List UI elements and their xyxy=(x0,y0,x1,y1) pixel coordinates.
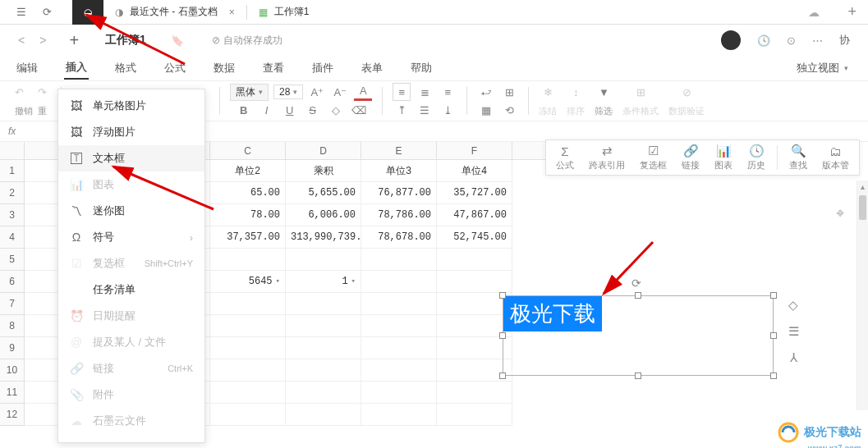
resize-handle[interactable] xyxy=(770,292,777,299)
align-center-button[interactable]: ≣ xyxy=(416,83,434,101)
cell[interactable] xyxy=(286,404,361,426)
resize-handle[interactable] xyxy=(770,373,777,379)
resize-handle[interactable] xyxy=(499,292,506,299)
font-size-select[interactable]: 28▾ xyxy=(273,85,303,99)
cell[interactable] xyxy=(361,382,437,404)
col-header[interactable]: D xyxy=(286,142,361,160)
bookmark-icon[interactable]: 🔖 xyxy=(171,34,184,47)
more-icon[interactable]: ⋯ xyxy=(812,34,823,47)
row-header[interactable]: 4 xyxy=(0,226,25,249)
dd-symbol[interactable]: Ω符号› xyxy=(58,224,204,250)
fill-color-button[interactable]: ◇ xyxy=(327,101,345,119)
cell[interactable] xyxy=(437,271,512,293)
dd-cloud-file[interactable]: ☁石墨云文件 xyxy=(58,408,204,434)
border-button[interactable]: ▦ xyxy=(477,101,495,119)
rotate-handle-icon[interactable]: ⟳ xyxy=(631,277,641,290)
cell[interactable] xyxy=(210,337,286,359)
formula-tool[interactable]: Σ公式 xyxy=(549,143,581,173)
independent-view[interactable]: 独立视图▾ xyxy=(797,61,853,75)
crossref-tool[interactable]: ⇄跨表引用 xyxy=(582,142,631,173)
cell[interactable] xyxy=(361,337,437,359)
valign-top-button[interactable]: ⤒ xyxy=(393,101,411,119)
cell[interactable] xyxy=(286,249,361,271)
forward-button[interactable]: > xyxy=(39,34,46,47)
cell[interactable]: 47,867.00 xyxy=(437,204,512,226)
conditional-format-button[interactable]: ⊞ xyxy=(631,83,650,101)
cell[interactable]: 37,357.00 xyxy=(210,226,286,249)
dd-attachment[interactable]: 📎附件 xyxy=(58,382,204,408)
cell[interactable]: 5,655.00 xyxy=(286,182,361,204)
resize-handle[interactable] xyxy=(635,373,641,379)
col-header[interactable]: C xyxy=(210,142,286,160)
filter-button[interactable]: ▼ xyxy=(595,83,613,101)
cell[interactable]: 6,006.00 xyxy=(286,204,361,226)
browser-tab-active[interactable]: ◒ xyxy=(72,0,103,25)
cell[interactable] xyxy=(210,382,286,404)
link-tool[interactable]: 🔗链接 xyxy=(675,142,706,173)
resize-handle[interactable] xyxy=(635,292,641,299)
cell[interactable]: 78,786.00 xyxy=(361,204,437,226)
resize-handle[interactable] xyxy=(770,332,777,339)
valign-middle-button[interactable]: ☰ xyxy=(416,101,434,119)
cell[interactable] xyxy=(361,404,437,426)
cell[interactable] xyxy=(361,359,437,382)
insert-handle-icon[interactable]: ⎆ xyxy=(837,206,843,219)
cell[interactable] xyxy=(361,293,437,315)
col-header[interactable]: F xyxy=(437,142,512,160)
row-header[interactable]: 1 xyxy=(0,160,25,182)
dd-textbox[interactable]: 🅃文本框 xyxy=(58,145,204,171)
diamond-icon[interactable]: ◇ xyxy=(784,296,802,314)
wrap-button[interactable]: ⮐ xyxy=(477,83,495,101)
row-header[interactable]: 9 xyxy=(0,337,25,359)
italic-button[interactable]: I xyxy=(258,101,276,119)
cell[interactable] xyxy=(286,315,361,337)
row-header[interactable]: 6 xyxy=(0,271,25,293)
menu-formula[interactable]: 公式 xyxy=(163,57,187,79)
cell[interactable]: 76,877.00 xyxy=(361,182,437,204)
menu-format[interactable]: 格式 xyxy=(113,57,138,79)
version-tool[interactable]: 🗂版本管 xyxy=(815,143,856,173)
rotate-text-button[interactable]: ⟲ xyxy=(500,101,518,119)
font-decrease-button[interactable]: A⁻ xyxy=(331,83,349,101)
dd-tasklist[interactable]: 任务清单 xyxy=(58,277,204,303)
cell[interactable] xyxy=(210,404,286,426)
new-tab-button[interactable]: + xyxy=(836,3,868,21)
cell[interactable] xyxy=(286,382,361,404)
menu-help[interactable]: 帮助 xyxy=(409,57,434,79)
dd-checkbox[interactable]: ☑复选框Shift+Ctrl+Y xyxy=(58,250,204,277)
cell[interactable] xyxy=(210,249,286,271)
vertical-scrollbar[interactable]: ▴ xyxy=(857,181,868,410)
menu-edit[interactable]: 编辑 xyxy=(15,57,39,79)
cell[interactable] xyxy=(437,404,512,426)
cell[interactable]: 5645 xyxy=(210,271,286,293)
find-tool[interactable]: 🔍查找 xyxy=(783,142,814,173)
browser-tab[interactable]: ◑ 最近文件 - 石墨文档 × xyxy=(103,0,246,25)
merge-button[interactable]: ⊞ xyxy=(500,83,518,101)
dd-link[interactable]: 🔗链接Ctrl+K xyxy=(58,355,204,382)
cell[interactable] xyxy=(361,249,437,271)
cell[interactable] xyxy=(286,293,361,315)
cell[interactable] xyxy=(361,315,437,337)
menu-icon[interactable]: ☰ xyxy=(16,6,30,19)
resize-handle[interactable] xyxy=(499,332,506,339)
menu-form[interactable]: 表单 xyxy=(360,57,384,79)
dd-mention[interactable]: @提及某人 / 文件 xyxy=(58,329,204,355)
bold-button[interactable]: B xyxy=(235,101,253,119)
row-header[interactable]: 11 xyxy=(0,382,25,404)
row-header[interactable]: 12 xyxy=(0,404,25,426)
cell[interactable]: 35,727.00 xyxy=(437,182,512,204)
checkbox-tool[interactable]: ☑复选框 xyxy=(633,142,673,173)
resize-handle[interactable] xyxy=(499,373,506,379)
cell[interactable] xyxy=(210,293,286,315)
cell[interactable] xyxy=(210,315,286,337)
select-all-corner[interactable] xyxy=(0,142,25,160)
browser-tab[interactable]: ▦ 工作簿1 xyxy=(247,0,321,25)
reload-icon[interactable]: ⟳ xyxy=(43,6,56,19)
collab-button[interactable]: 协 xyxy=(839,33,850,48)
row-header[interactable]: 7 xyxy=(0,293,25,315)
clock-icon[interactable]: 🕓 xyxy=(757,34,770,47)
cell[interactable]: 单位4 xyxy=(437,160,512,182)
menu-plugin[interactable]: 插件 xyxy=(310,57,335,79)
back-button[interactable]: < xyxy=(18,34,25,47)
textbox-object[interactable]: ⟳ 极光下载 ◇ ☰ ⅄ xyxy=(503,295,774,376)
